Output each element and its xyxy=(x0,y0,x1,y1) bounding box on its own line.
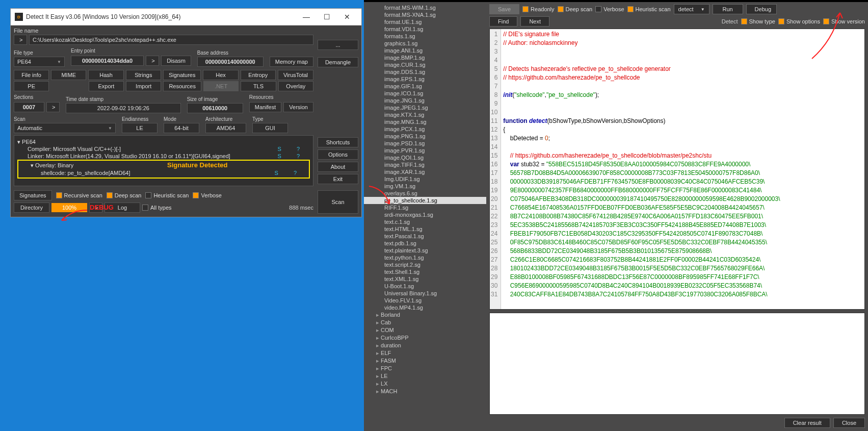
tree-folder-item[interactable]: duration xyxy=(364,342,486,349)
arch-value[interactable]: AMD64 xyxy=(205,123,246,133)
tree-file-item[interactable]: format.UE.1.sg xyxy=(364,18,486,26)
disasm-button[interactable]: Disasm xyxy=(161,56,191,66)
tree-folder-item[interactable]: MACH xyxy=(364,388,486,395)
code-editor[interactable]: 1234567891011121314151617181920212223242… xyxy=(489,29,865,310)
tree-file-item[interactable]: image.PVR.1.sg xyxy=(364,147,486,154)
tree-file-item[interactable]: image.XAR.1.sg xyxy=(364,168,486,175)
exit-button[interactable]: Exit xyxy=(318,174,358,184)
tree-file-item[interactable]: text.XML.1.sg xyxy=(364,275,486,283)
tree-file-item[interactable]: text.script.2.sg xyxy=(364,261,486,268)
heuristic-checkbox[interactable]: Heuristic scan xyxy=(145,192,189,198)
tree-file-item[interactable]: image.JPEG.1.sg xyxy=(364,104,486,111)
deep-checkbox[interactable]: Deep scan xyxy=(107,192,142,198)
readonly-checkbox[interactable]: Readonly xyxy=(522,6,554,12)
tree-folder-item[interactable]: FPC xyxy=(364,365,486,372)
tree-folder-item[interactable]: COM xyxy=(364,326,486,334)
file-tree[interactable]: format.MS-WIM.1.sgformat.MS-XNA.1.sgform… xyxy=(364,2,486,431)
tree-file-item[interactable]: image.GIF.1.sg xyxy=(364,83,486,90)
tree-folder-item[interactable]: CurIcoBPP xyxy=(364,334,486,342)
tree-file-item[interactable]: image.MNG.1.sg xyxy=(364,118,486,125)
tree-folder-item[interactable]: LE xyxy=(364,372,486,380)
tree-file-item[interactable]: formats.1.sg xyxy=(364,33,486,40)
tree-folder-item[interactable]: Borland xyxy=(364,311,486,319)
ep-more-button[interactable]: > xyxy=(146,56,159,66)
manifest-button[interactable]: Manifest xyxy=(249,102,282,112)
tree-file-item[interactable]: image.PSD.1.sg xyxy=(364,140,486,147)
tree-file-item[interactable]: image.ANI.1.sg xyxy=(364,47,486,54)
show-options-checkbox[interactable]: Show options xyxy=(778,18,820,24)
pe-button[interactable]: PE xyxy=(14,81,49,91)
tree-file-item[interactable]: image.JNG.1.sg xyxy=(364,97,486,104)
memory-map-button[interactable]: Memory map xyxy=(270,57,313,67)
resources-button[interactable]: Resources xyxy=(163,81,201,91)
strings-button[interactable]: Strings xyxy=(126,70,161,80)
clear-result-button[interactable]: Clear result xyxy=(784,418,830,428)
tree-file-item[interactable]: image.QOI.1.sg xyxy=(364,154,486,161)
tree-file-item[interactable]: U-Boot.1.sg xyxy=(364,283,486,290)
heuristic-checkbox-2[interactable]: Heuristic scan xyxy=(627,6,671,12)
result-row[interactable]: shellcode: pe_to_shellcode[AMD64]S? xyxy=(20,169,307,176)
tree-file-item[interactable]: text.plaintext.3.sg xyxy=(364,247,486,254)
minimize-button[interactable]: — xyxy=(296,11,317,23)
tree-folder-item[interactable]: LX xyxy=(364,380,486,388)
tree-file-item[interactable]: graphics.1.sg xyxy=(364,40,486,47)
tree-file-item[interactable]: Universal Binary.1.sg xyxy=(364,290,486,297)
find-button[interactable]: Find xyxy=(489,16,517,27)
browse-button[interactable]: ... xyxy=(318,40,358,50)
tree-file-item[interactable]: pe_to_shellcode.1.sg xyxy=(364,197,486,204)
sections-more-button[interactable]: > xyxy=(46,102,60,112)
signatures-button[interactable]: Signatures xyxy=(14,190,52,200)
tree-folder-item[interactable]: Cab xyxy=(364,319,486,326)
tls-button[interactable]: TLS xyxy=(241,81,276,91)
tree-file-item[interactable]: format.VDI.1.sg xyxy=(364,26,486,33)
import-button[interactable]: Import xyxy=(126,81,161,91)
type-value[interactable]: GUI xyxy=(252,123,288,133)
hash-button[interactable]: Hash xyxy=(88,70,123,80)
tree-file-item[interactable]: Img.UDIF.1.sg xyxy=(364,175,486,183)
mime-button[interactable]: MIME xyxy=(51,70,86,80)
entropy-button[interactable]: Entropy xyxy=(241,70,276,80)
close-button-2[interactable]: Close xyxy=(833,418,865,428)
verbose-checkbox-2[interactable]: Verbose xyxy=(595,6,624,12)
run-button[interactable]: Run xyxy=(713,4,743,14)
result-row[interactable]: Linker: Microsoft Linker(14.29, Visual S… xyxy=(17,153,310,160)
show-type-checkbox[interactable]: Show type xyxy=(741,18,775,24)
tree-file-item[interactable]: srdi-monoxgas.1.sg xyxy=(364,211,486,218)
scan-mode-select[interactable]: Automatic xyxy=(14,123,116,133)
scan-button[interactable]: Scan xyxy=(318,190,358,214)
tree-file-item[interactable]: RIFF.1.sg xyxy=(364,204,486,211)
tree-file-item[interactable]: text.python.1.sg xyxy=(364,254,486,261)
hex-button[interactable]: Hex xyxy=(203,70,238,80)
save-button[interactable]: Save xyxy=(489,4,519,14)
file-path-input[interactable] xyxy=(29,35,313,45)
about-button[interactable]: About xyxy=(318,162,358,172)
titlebar[interactable]: D Detect It Easy v3.06 [Windows 10 Versi… xyxy=(11,9,361,26)
tree-file-item[interactable]: Video.FLV.1.sg xyxy=(364,297,486,304)
debug-button[interactable]: Debug xyxy=(746,4,777,14)
export-button[interactable]: Export xyxy=(89,81,124,91)
result-root[interactable]: ▾ PE64 xyxy=(17,139,310,145)
result-row[interactable]: ▾ Overlay: Binary xyxy=(20,162,307,169)
tree-file-item[interactable]: image.PNG.1.sg xyxy=(364,133,486,140)
tree-file-item[interactable]: format.MS-WIM.1.sg xyxy=(364,4,486,11)
tree-file-item[interactable]: image.PCX.1.sg xyxy=(364,125,486,133)
maximize-button[interactable]: ☐ xyxy=(317,11,337,23)
show-version-checkbox[interactable]: Show version xyxy=(823,18,865,24)
close-button[interactable]: ✕ xyxy=(337,11,357,23)
endian-value[interactable]: LE xyxy=(122,123,157,133)
tree-file-item[interactable]: image.BMP.1.sg xyxy=(364,54,486,61)
tree-file-item[interactable]: image.EPS.1.sg xyxy=(364,75,486,83)
nav-button[interactable]: > xyxy=(14,35,27,45)
-net-button[interactable]: .NET xyxy=(203,81,239,91)
tree-file-item[interactable]: video.MP4.1.sg xyxy=(364,304,486,311)
demangle-button[interactable]: Demangle xyxy=(318,57,358,67)
file-info-button[interactable]: File info xyxy=(14,70,49,80)
result-row[interactable]: Compiler: Microsoft Visual C/C++(-)[-]S? xyxy=(17,145,310,153)
tree-file-item[interactable]: text.Pascal.1.sg xyxy=(364,233,486,240)
tree-file-item[interactable]: image.CUR.1.sg xyxy=(364,61,486,68)
tree-file-item[interactable]: image.KTX.1.sg xyxy=(364,111,486,118)
next-button[interactable]: Next xyxy=(520,16,549,27)
tree-file-item[interactable]: image.TIFF.1.sg xyxy=(364,161,486,168)
tree-file-item[interactable]: image.ICO.1.sg xyxy=(364,90,486,97)
signatures-button[interactable]: Signatures xyxy=(163,70,201,80)
